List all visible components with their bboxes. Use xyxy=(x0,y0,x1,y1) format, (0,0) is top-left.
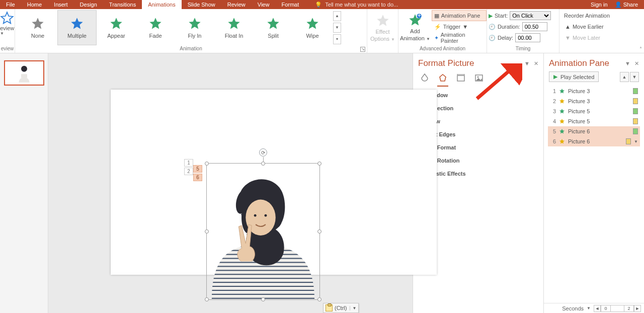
pane-menu-icon[interactable]: ▼ xyxy=(625,60,630,67)
gallery-expand[interactable]: ▾ xyxy=(333,34,341,44)
gallery-scroll-down[interactable]: ▼ xyxy=(333,23,341,33)
move-down-button[interactable]: ▼ xyxy=(630,72,639,82)
star-icon xyxy=(70,17,84,31)
timeline-scroll[interactable]: ◄02► xyxy=(594,305,641,312)
chevron-down-icon[interactable]: ▼ xyxy=(350,306,356,310)
animation-list-item[interactable]: 6 Picture 6 ▼ xyxy=(548,136,640,146)
svg-marker-34 xyxy=(559,139,565,144)
play-selected-label: Play Selected xyxy=(560,74,594,80)
animation-gallery-item[interactable]: Appear xyxy=(97,10,136,45)
resize-handle[interactable] xyxy=(317,162,321,166)
resize-handle[interactable] xyxy=(205,162,209,166)
gallery-scroll-up[interactable]: ▲ xyxy=(333,11,341,21)
up-icon: ▲ xyxy=(565,24,571,30)
preview-label: eview xyxy=(0,25,14,31)
add-animation-button[interactable]: + Add Animation ▼ xyxy=(398,9,432,45)
tab-design[interactable]: Design xyxy=(74,0,103,9)
start-select[interactable]: On Click xyxy=(510,11,551,20)
chevron-down-icon[interactable]: ▼ xyxy=(634,139,638,144)
tab-view[interactable]: View xyxy=(252,0,276,9)
resize-handle[interactable] xyxy=(205,297,209,301)
move-earlier-button[interactable]: ▲Move Earlier xyxy=(562,21,606,32)
trigger-button[interactable]: ⚡ Trigger ▼ xyxy=(432,21,487,32)
animation-tag[interactable]: 5 xyxy=(193,165,202,173)
animation-tag[interactable]: 6 xyxy=(193,174,202,181)
tab-review[interactable]: Review xyxy=(221,0,252,9)
animation-list-item[interactable]: 2 Picture 3 xyxy=(548,96,640,106)
tab-format[interactable]: Format xyxy=(275,0,305,9)
preview-group-label: eview xyxy=(0,46,15,53)
animation-gallery-item[interactable]: Float In xyxy=(214,10,254,45)
picture-tab[interactable] xyxy=(473,72,485,84)
resize-handle[interactable] xyxy=(317,297,321,301)
fill-tab[interactable] xyxy=(419,72,430,84)
move-up-button[interactable]: ▲ xyxy=(620,72,629,82)
animation-gallery-item[interactable]: Fade xyxy=(136,10,175,45)
tab-transitions[interactable]: Transitions xyxy=(103,0,142,9)
play-selected-button[interactable]: ▶Play Selected xyxy=(549,71,599,82)
animation-gallery-item[interactable]: Fly In xyxy=(175,10,214,45)
duration-input[interactable] xyxy=(522,22,547,31)
slide-canvas[interactable]: ⟳ xyxy=(48,53,413,313)
rotate-handle[interactable]: ⟳ xyxy=(259,148,267,156)
signin-link[interactable]: Sign in xyxy=(591,2,608,8)
animation-gallery-item[interactable]: None xyxy=(18,10,57,45)
resize-handle[interactable] xyxy=(261,162,265,166)
thumbnail-preview xyxy=(17,63,32,83)
svg-marker-9 xyxy=(377,15,388,26)
animation-target-label: Picture 3 xyxy=(568,98,590,104)
animation-gallery-item[interactable]: Multiple xyxy=(57,10,97,45)
effects-tab[interactable] xyxy=(437,72,448,84)
close-icon[interactable]: ✕ xyxy=(534,60,538,67)
pane-icon: ▦ xyxy=(434,13,439,19)
animation-target-label: Picture 6 xyxy=(568,128,590,134)
animation-tag[interactable]: 2 xyxy=(184,168,193,175)
tab-animations[interactable]: Animations xyxy=(142,0,181,9)
seconds-label: Seconds xyxy=(562,305,584,311)
tab-file[interactable]: File xyxy=(0,0,21,9)
delay-input[interactable] xyxy=(515,33,540,42)
preview-icon[interactable] xyxy=(0,11,14,25)
svg-marker-7 xyxy=(267,18,279,29)
animation-gallery-item[interactable]: Wipe xyxy=(293,10,332,45)
picture-selection[interactable]: ⟳ xyxy=(206,163,320,300)
animation-list-item[interactable]: 5 Picture 6 xyxy=(548,126,640,136)
resize-handle[interactable] xyxy=(261,297,265,301)
animation-list-item[interactable]: 3 Picture 5 xyxy=(548,106,640,116)
paste-options-popup[interactable]: (Ctrl) ▼ xyxy=(323,303,359,313)
gallery-item-label: Fly In xyxy=(188,33,202,39)
animation-list-item[interactable]: 1 Picture 3 xyxy=(548,86,640,96)
svg-text:+: + xyxy=(417,13,421,19)
share-button[interactable]: 👤 Share xyxy=(615,2,638,8)
resize-handle[interactable] xyxy=(205,229,209,233)
delay-label: Delay: xyxy=(498,35,513,41)
slide-thumbnail-1[interactable] xyxy=(4,60,44,86)
animation-gallery-item[interactable]: Split xyxy=(254,10,293,45)
animation-list: 1 Picture 3 2 Picture 3 3 Picture 5 4 Pi… xyxy=(544,86,644,146)
play-icon: ▶ xyxy=(553,73,557,80)
pane-menu-icon[interactable]: ▼ xyxy=(524,60,530,67)
animation-list-item[interactable]: 4 Picture 5 xyxy=(548,116,640,126)
duration-bar xyxy=(633,108,638,114)
tab-home[interactable]: Home xyxy=(21,0,48,9)
star-icon xyxy=(559,98,565,104)
animation-target-label: Picture 6 xyxy=(568,138,590,144)
clock-icon: 🕘 xyxy=(489,24,496,30)
animation-dialog-launcher[interactable]: ↘ xyxy=(360,47,365,52)
paste-options-label: (Ctrl) xyxy=(335,305,347,311)
svg-marker-22 xyxy=(440,74,446,81)
animation-pane-toggle[interactable]: ▦ Animation Pane xyxy=(432,10,487,21)
tab-insert[interactable]: Insert xyxy=(48,0,74,9)
resize-handle[interactable] xyxy=(317,229,321,233)
close-icon[interactable]: ✕ xyxy=(634,60,639,67)
chevron-down-icon[interactable]: ▼ xyxy=(0,31,4,36)
tell-me[interactable]: 💡 Tell me what you want to do... xyxy=(305,0,585,9)
animation-painter-button[interactable]: ✦ Animation Painter xyxy=(432,32,487,43)
size-tab[interactable] xyxy=(455,72,466,84)
animation-pane-title: Animation Pane xyxy=(549,58,609,68)
animation-tag[interactable]: 1 xyxy=(184,159,193,167)
collapse-ribbon-icon[interactable]: ˄ xyxy=(639,46,642,52)
tab-slideshow[interactable]: Slide Show xyxy=(182,0,221,9)
svg-marker-5 xyxy=(189,18,200,29)
chevron-down-icon: ▼ xyxy=(462,24,468,30)
